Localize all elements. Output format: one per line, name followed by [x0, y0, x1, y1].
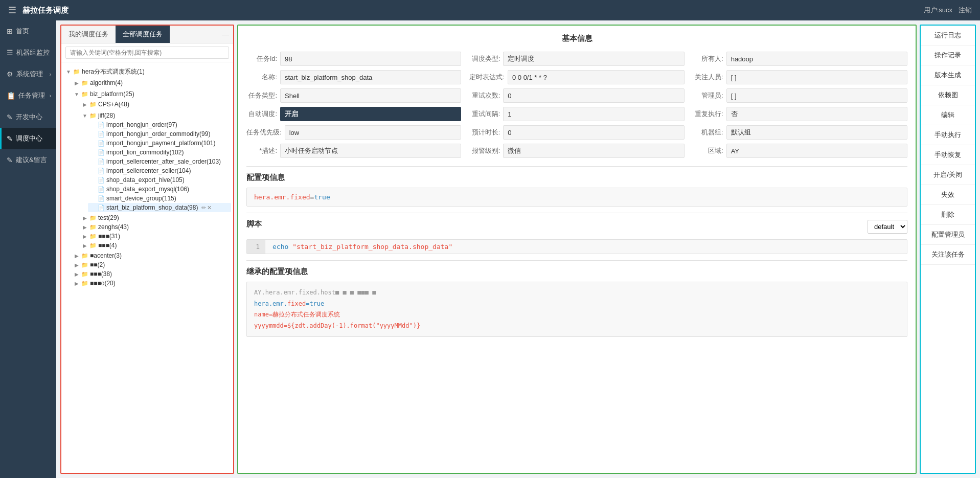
masked4-label: ■■■(4)	[98, 242, 117, 249]
nav-label-system: 系统管理	[16, 70, 43, 79]
tree-row-smart-device[interactable]: 📄 smart_device_group(115)	[88, 194, 231, 203]
action-follow-task[interactable]: 关注该任务	[921, 245, 975, 265]
info-grid: 任务id: 98 调度类型: 定时调度 所有人: hadoop 名称: star…	[246, 52, 907, 158]
schedule-icon: ✎	[7, 134, 13, 143]
tree-row-masked4[interactable]: ▶ 📁 ■■■(4)	[80, 241, 231, 250]
suggest-icon: ✎	[7, 156, 13, 164]
tree-row-masked31[interactable]: ▶ 📁 ■■■(31)	[80, 232, 231, 241]
root-folder-icon: 📁	[73, 69, 80, 75]
masked2-label: ■■(2)	[90, 261, 105, 268]
nav-label-machine: 机器组监控	[16, 48, 50, 57]
script-header: 脚本 default	[246, 219, 907, 234]
file-label-9: start_biz_platform_shop_data(98)	[106, 204, 198, 211]
action-config-admin[interactable]: 配置管理员	[921, 225, 975, 245]
inherited-line-0: AY.hera.emr.fixed.host■ ■ ■ ■■■ ■	[254, 287, 900, 299]
sidebar-item-task[interactable]: 📋 任务管理 ›	[0, 85, 56, 106]
sidebar-item-machine[interactable]: ☰ 机器组监控	[0, 42, 56, 63]
tree-row-acenter[interactable]: ▶ 📁 ■acenter(3)	[72, 251, 231, 260]
action-toggle[interactable]: 开启/关闭	[921, 165, 975, 185]
tree-row-cpsa[interactable]: ▶ 📁 CPS+A(48)	[80, 100, 231, 109]
action-delete[interactable]: 删除	[921, 205, 975, 225]
tree-content: ▼ 📁 hera分布式调度系统(1) ▶ 📁 algorithm(4)	[61, 62, 233, 473]
delete-action-btn[interactable]: ✕	[207, 204, 212, 211]
field-desc: *描述: 小时任务启动节点	[246, 144, 461, 158]
tree-row-masked2[interactable]: ▶ 📁 ■■(2)	[72, 260, 231, 269]
sidebar-item-suggest[interactable]: ✎ 建议&留言	[0, 149, 56, 171]
sidebar-item-home[interactable]: ⊞ 首页	[0, 20, 56, 42]
collapse-icon[interactable]: —	[218, 28, 233, 40]
line-code-1: echo "start_biz_platform_shop_data.shop_…	[265, 240, 460, 254]
tab-all-tasks[interactable]: 全部调度任务	[116, 26, 170, 43]
home-icon: ⊞	[7, 27, 13, 35]
tree-root-row[interactable]: ▼ 📁 hera分布式调度系统(1)	[63, 66, 231, 77]
sidebar-nav: ⊞ 首页 ☰ 机器组监控 ⚙ 系统管理 › 📋 任务管理 › ✎ 开发中心 ✎ …	[0, 20, 56, 478]
action-op-record[interactable]: 操作记录	[921, 45, 975, 65]
tree-row-start-biz[interactable]: 📄 start_biz_platform_shop_data(98) ✏ ✕	[88, 203, 231, 212]
maskedo20-label: ■■■o(20)	[90, 280, 116, 287]
machine-icon: ☰	[7, 49, 13, 57]
priority-value: low	[285, 125, 462, 140]
tree-row-import-lion[interactable]: 📄 import_lion_commodity(102)	[88, 148, 231, 157]
file-label-7: shop_data_export_mysql(106)	[106, 186, 189, 193]
config-content: hera.emr.fixed=true	[246, 188, 907, 207]
action-fail[interactable]: 失效	[921, 185, 975, 205]
sidebar-item-dev[interactable]: ✎ 开发中心	[0, 106, 56, 128]
cron-value: 0 0 0/1 * * ?	[508, 70, 685, 84]
tree-row-shop-mysql[interactable]: 📄 shop_data_export_mysql(106)	[88, 185, 231, 194]
search-input[interactable]	[65, 47, 229, 59]
test-folder-icon: 📁	[89, 215, 97, 221]
sidebar-item-schedule[interactable]: ✎ 调度中心	[0, 128, 56, 149]
masked2-folder-icon: 📁	[81, 262, 88, 268]
action-version-gen[interactable]: 版本生成	[921, 65, 975, 85]
content-area: 我的调度任务 全部调度任务 — ▼ 📁 hera分布式调度系统(1)	[56, 20, 980, 478]
tree-row-biz-platform[interactable]: ▼ 📁 biz_platform(25)	[72, 89, 231, 99]
tree-row-test[interactable]: ▶ 📁 test(29)	[80, 213, 231, 222]
config-val: true	[314, 193, 330, 201]
action-dep-graph[interactable]: 依赖图	[921, 85, 975, 105]
tree-row-masked38[interactable]: ▶ 📁 ■■■(38)	[72, 269, 231, 279]
file-label-1: import_hongjun_order_commodity(99)	[106, 130, 210, 138]
field-retry-count: 重试次数: 0	[469, 88, 684, 103]
masked38-folder-icon: 📁	[81, 271, 88, 278]
nav-label-dev: 开发中心	[16, 112, 42, 122]
action-manual-exec[interactable]: 手动执行	[921, 125, 975, 145]
tree-row-zenghs[interactable]: ▶ 📁 zenghs(43)	[80, 222, 231, 232]
action-edit[interactable]: 编辑	[921, 105, 975, 125]
action-panel: 运行日志 操作记录 版本生成 依赖图 编辑 手动执行 手动恢复 开启/关闭 失效…	[920, 25, 976, 474]
logout-button[interactable]: 注销	[959, 6, 972, 15]
tree-row-import-hongjun-payment[interactable]: 📄 import_hongjun_payment_platform(101)	[88, 139, 231, 148]
task-icon: 📋	[7, 92, 15, 100]
action-run-log[interactable]: 运行日志	[921, 26, 975, 45]
jiff-children: 📄 import_hongjun_order(97) 📄 import_hong…	[80, 120, 231, 212]
cpsa-toggle: ▶	[82, 102, 88, 107]
jiff-folder-icon: 📁	[89, 112, 97, 119]
detail-panel: 基本信息 任务id: 98 调度类型: 定时调度 所有人: hadoop	[237, 25, 917, 474]
nav-label-home: 首页	[16, 27, 29, 36]
tree-row-import-hongjun-commodity[interactable]: 📄 import_hongjun_order_commodity(99)	[88, 129, 231, 139]
hamburger-icon[interactable]: ☰	[8, 5, 16, 16]
zone-label: 区域:	[693, 146, 723, 155]
task-type-label: 任务类型:	[246, 91, 277, 100]
desc-label: *描述:	[246, 146, 277, 155]
tree-row-algorithm[interactable]: ▶ 📁 algorithm(4)	[72, 78, 231, 87]
followers-label: 关注人员:	[693, 73, 723, 82]
masked4-folder-icon: 📁	[89, 242, 97, 249]
tree-row-import-seller[interactable]: 📄 import_sellercenter_seller(104)	[88, 166, 231, 175]
zenghs-folder-icon: 📁	[89, 224, 97, 231]
sidebar-item-system[interactable]: ⚙ 系统管理 ›	[0, 63, 56, 85]
script-select[interactable]: default	[868, 220, 907, 234]
tree-row-maskedo20[interactable]: ▶ 📁 ■■■o(20)	[72, 279, 231, 288]
file-icon-5: 📄	[98, 168, 105, 174]
edit-action-btn[interactable]: ✏	[201, 204, 206, 211]
tree-row-import-hongjun-order[interactable]: 📄 import_hongjun_order(97)	[88, 120, 231, 129]
inherited-code-block: AY.hera.emr.fixed.host■ ■ ■ ■■■ ■ hera.e…	[246, 282, 907, 337]
field-schedule-type: 调度类型: 定时调度	[469, 52, 684, 66]
tree-row-shop-hive[interactable]: 📄 shop_data_export_hive(105)	[88, 175, 231, 185]
inherited-line-2: name=赫拉分布式任务调度系统	[254, 309, 900, 321]
retry-count-value: 0	[503, 88, 684, 103]
tab-my-tasks[interactable]: 我的调度任务	[61, 26, 116, 43]
tree-row-import-seller-after[interactable]: 📄 import_sellercenter_after_sale_order(1…	[88, 157, 231, 166]
file-icon-7: 📄	[98, 186, 105, 193]
tree-row-jiff[interactable]: ▼ 📁 jiff(28)	[80, 111, 231, 120]
action-manual-recover[interactable]: 手动恢复	[921, 145, 975, 165]
